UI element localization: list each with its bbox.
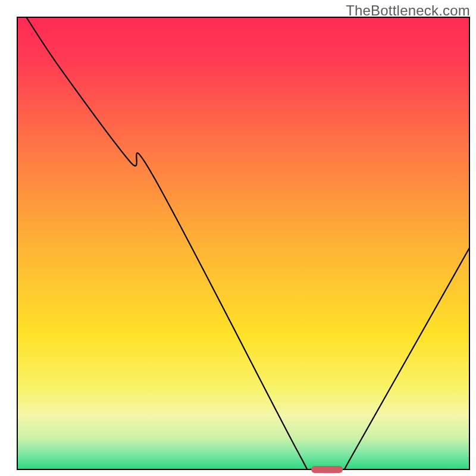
gradient-background <box>17 17 469 469</box>
chart-svg <box>0 0 476 476</box>
watermark-text: TheBottleneck.com <box>346 2 470 19</box>
bottleneck-chart: TheBottleneck.com <box>0 0 476 476</box>
optimal-marker <box>311 466 343 473</box>
